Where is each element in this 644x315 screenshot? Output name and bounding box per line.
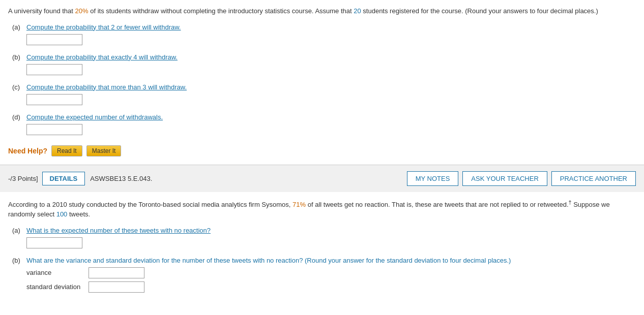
std-dev-row: standard deviation xyxy=(26,281,636,293)
need-help-section: Need Help? Read It Master It xyxy=(8,145,636,156)
part-a-input[interactable] xyxy=(26,34,82,45)
practice-another-button[interactable]: PRACTICE ANOTHER xyxy=(551,171,636,186)
section2-part-a-id: (a) xyxy=(12,227,22,234)
section-2-header-bar: -/3 Points] DETAILS ASWSBE13 5.E.043. MY… xyxy=(0,165,644,192)
question-id: ASWSBE13 5.E.043. xyxy=(90,175,407,182)
part-c-label: (c) Compute the probability that more th… xyxy=(12,83,636,91)
section2-part-a-label: (a) What is the expected number of these… xyxy=(12,227,636,234)
section2-part-a-question: What is the expected number of these twe… xyxy=(26,227,211,234)
footnote-marker: † xyxy=(569,199,572,205)
percent2-highlight: 71% xyxy=(292,201,306,208)
part-c-input[interactable] xyxy=(26,94,82,105)
problem-statement-1: A university found that 20% of its stude… xyxy=(8,6,636,16)
number-highlight: 20 xyxy=(354,7,361,15)
part-b: (b) Compute the probability that exactly… xyxy=(8,53,636,75)
section2-part-a-input[interactable] xyxy=(26,237,82,248)
section2-part-a: (a) What is the expected number of these… xyxy=(8,227,636,248)
master-it-button[interactable]: Master It xyxy=(86,145,122,156)
part-c: (c) Compute the probability that more th… xyxy=(8,83,636,105)
variance-row: variance xyxy=(26,267,636,278)
part-d-id: (d) xyxy=(12,113,22,121)
number2-highlight: 100 xyxy=(56,210,68,218)
part-b-label: (b) Compute the probability that exactly… xyxy=(12,53,636,61)
part-a-question: Compute the probability that 2 or fewer … xyxy=(26,23,181,31)
part-d: (d) Compute the expected number of withd… xyxy=(8,113,636,135)
part-a-id: (a) xyxy=(12,23,22,31)
section2-part-b: (b) What are the variance and standard d… xyxy=(8,257,636,293)
part-d-question: Compute the expected number of withdrawa… xyxy=(26,113,163,121)
ask-your-teacher-button[interactable]: ASK YOUR TEACHER xyxy=(462,171,547,186)
part-a: (a) Compute the probability that 2 or fe… xyxy=(8,23,636,45)
section2-part-b-label: (b) What are the variance and standard d… xyxy=(12,257,636,264)
part-a-label: (a) Compute the probability that 2 or fe… xyxy=(12,23,636,31)
header-actions: MY NOTES ASK YOUR TEACHER PRACTICE ANOTH… xyxy=(407,171,636,186)
question-header: -/3 Points] DETAILS ASWSBE13 5.E.043. MY… xyxy=(8,171,636,186)
part-b-question: Compute the probability that exactly 4 w… xyxy=(26,53,178,61)
points-label: -/3 Points] xyxy=(8,175,38,182)
part-c-id: (c) xyxy=(12,83,22,91)
section-1: A university found that 20% of its stude… xyxy=(0,0,644,165)
section2-part-b-id: (b) xyxy=(12,257,22,264)
section2-part-b-question: What are the variance and standard devia… xyxy=(26,257,511,264)
part-b-input[interactable] xyxy=(26,64,82,75)
read-it-button[interactable]: Read It xyxy=(51,145,82,156)
variance-input[interactable] xyxy=(89,267,144,278)
part-d-label: (d) Compute the expected number of withd… xyxy=(12,113,636,121)
variance-label: variance xyxy=(26,269,82,276)
problem-statement-2: According to a 2010 study conducted by t… xyxy=(8,198,636,219)
need-help-label: Need Help? xyxy=(8,147,47,155)
std-dev-label: standard deviation xyxy=(26,283,82,291)
details-button[interactable]: DETAILS xyxy=(42,172,85,185)
part-b-id: (b) xyxy=(12,53,22,61)
percent-highlight: 20% xyxy=(75,7,89,15)
part-d-input[interactable] xyxy=(26,124,82,135)
my-notes-button[interactable]: MY NOTES xyxy=(407,171,459,186)
section-2-content: According to a 2010 study conducted by t… xyxy=(0,192,644,309)
part-c-question: Compute the probability that more than 3… xyxy=(26,83,187,91)
std-dev-input[interactable] xyxy=(89,281,144,293)
